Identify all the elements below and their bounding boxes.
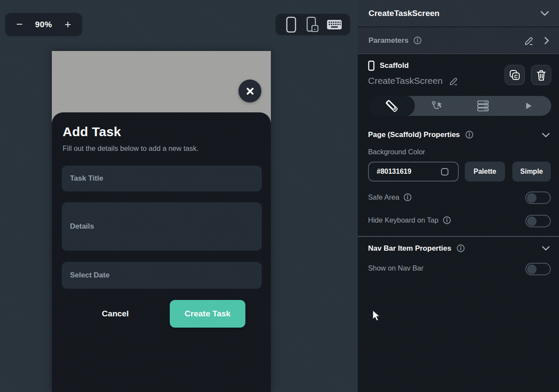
copy-widget-button[interactable]: C: [505, 65, 525, 85]
safe-area-toggle[interactable]: [525, 191, 551, 204]
task-title-placeholder: Task Title: [70, 174, 103, 183]
play-icon: [523, 101, 534, 111]
widget-tabbar: [369, 96, 551, 116]
details-field[interactable]: Details: [62, 202, 262, 251]
page-properties-title: Page (Scaffold) Properties: [368, 131, 460, 139]
trash-icon: [536, 70, 546, 81]
selected-widget-header: Scaffold CreateTaskScreen: [368, 61, 459, 86]
parameters-label: Parameters: [368, 36, 409, 45]
tab-test[interactable]: [506, 96, 552, 116]
background-color-value: #80131619: [377, 168, 411, 175]
select-date-field[interactable]: Select Date: [62, 262, 262, 289]
chevron-down-icon[interactable]: [540, 10, 549, 16]
background-color-row: Background Color: [368, 148, 425, 156]
task-title-field[interactable]: Task Title: [62, 166, 262, 191]
device-toolbar: [276, 14, 350, 35]
nav-bar-properties-title: Nav Bar Item Properties: [368, 244, 451, 253]
hide-keyboard-label: Hide Keyboard on Tap: [368, 216, 438, 224]
select-date-placeholder: Select Date: [70, 271, 110, 280]
palette-button[interactable]: Palette: [465, 162, 505, 182]
phone-preview: Add Task Fill out the details below to a…: [52, 51, 271, 392]
details-placeholder: Details: [70, 222, 94, 231]
tab-properties[interactable]: [369, 96, 415, 116]
screen-title: CreateTaskScreen: [368, 9, 439, 18]
hide-keyboard-row: Hide Keyboard on Tap: [368, 216, 451, 225]
edit-parameters-icon[interactable]: [524, 35, 534, 46]
safe-area-row: Safe Area: [368, 193, 412, 202]
widget-type-label: Scaffold: [380, 61, 409, 70]
modal-subtitle: Fill out the details below to add a new …: [63, 144, 199, 153]
color-swatch[interactable]: [441, 168, 448, 175]
close-icon: [245, 86, 255, 96]
info-icon[interactable]: [413, 36, 422, 45]
zoom-control: − 90% +: [5, 13, 82, 36]
hide-keyboard-toggle[interactable]: [525, 215, 551, 227]
modal-title: Add Task: [63, 124, 121, 139]
svg-text:C: C: [514, 74, 518, 79]
cancel-button[interactable]: Cancel: [89, 304, 141, 323]
background-color-label: Background Color: [368, 148, 425, 156]
screen-header[interactable]: CreateTaskScreen: [358, 0, 559, 27]
rotate-device-icon[interactable]: [303, 16, 322, 34]
nav-bar-properties-header: Nav Bar Item Properties: [368, 244, 465, 253]
chevron-down-icon[interactable]: [541, 132, 550, 138]
rename-widget-icon[interactable]: [449, 76, 459, 86]
zoom-out-button[interactable]: −: [12, 16, 27, 33]
widget-name-label: CreateTaskScreen: [368, 76, 443, 86]
zoom-in-button[interactable]: +: [60, 16, 75, 33]
tab-data[interactable]: [460, 96, 506, 116]
simple-button[interactable]: Simple: [512, 162, 551, 182]
show-on-nav-bar-row: Show on Nav Bar: [368, 264, 423, 272]
properties-panel: CreateTaskScreen Parameters: [358, 0, 559, 392]
add-task-modal: Add Task Fill out the details below to a…: [52, 112, 271, 392]
section-divider: [358, 236, 559, 237]
show-on-nav-bar-label: Show on Nav Bar: [368, 264, 423, 272]
create-task-button[interactable]: Create Task: [170, 300, 245, 328]
chevron-down-icon[interactable]: [541, 245, 550, 251]
page-properties-header: Page (Scaffold) Properties: [368, 130, 474, 139]
info-icon[interactable]: [403, 193, 412, 202]
close-modal-button[interactable]: [238, 80, 261, 102]
zoom-level: 90%: [35, 20, 52, 29]
actions-flow-icon: [431, 100, 443, 112]
chevron-right-icon[interactable]: [544, 36, 549, 45]
toggle-knob: [527, 193, 537, 203]
toggle-knob: [527, 217, 537, 226]
info-icon[interactable]: [465, 130, 474, 139]
database-icon: [477, 100, 489, 112]
delete-widget-button[interactable]: [531, 65, 551, 85]
app-builder: − 90% +: [0, 0, 559, 392]
safe-area-label: Safe Area: [368, 193, 399, 201]
tab-actions[interactable]: [415, 96, 461, 116]
phone-device-icon[interactable]: [282, 16, 301, 34]
ruler-pencil-icon: [385, 99, 398, 112]
show-on-nav-bar-toggle[interactable]: [525, 263, 551, 275]
copy-icon: C: [509, 69, 521, 81]
design-canvas: − 90% +: [0, 0, 358, 392]
scaffold-phone-icon: [368, 61, 375, 71]
info-icon[interactable]: [442, 216, 451, 225]
keyboard-icon[interactable]: [325, 16, 344, 34]
parameters-row[interactable]: Parameters: [358, 27, 559, 54]
info-icon[interactable]: [456, 244, 465, 253]
toggle-knob: [527, 265, 537, 274]
background-color-input[interactable]: #80131619: [368, 162, 459, 182]
